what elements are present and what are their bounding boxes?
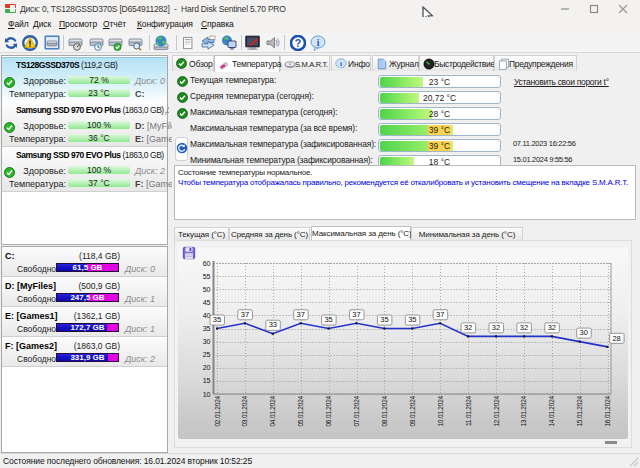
svg-text:32: 32 [464, 323, 472, 332]
svg-text:11.01.2024: 11.01.2024 [465, 395, 472, 426]
svg-text:16.01.2024: 16.01.2024 [604, 395, 611, 426]
svg-text:37: 37 [436, 310, 444, 319]
svg-text:06.01.2024: 06.01.2024 [325, 395, 332, 426]
svg-text:60: 60 [203, 260, 211, 267]
svg-text:20: 20 [203, 364, 211, 371]
svg-text:i: i [317, 38, 320, 48]
svg-text:50: 50 [203, 286, 211, 293]
svg-text:35: 35 [203, 325, 211, 332]
svg-text:02.01.2024: 02.01.2024 [214, 395, 221, 426]
svg-text:30: 30 [580, 328, 588, 337]
svg-text:55: 55 [203, 273, 211, 280]
svg-text:37: 37 [297, 310, 305, 319]
svg-text:32: 32 [520, 323, 528, 332]
svg-text:37: 37 [352, 310, 360, 319]
svg-text:25: 25 [203, 351, 211, 358]
svg-text:05.01.2024: 05.01.2024 [297, 395, 304, 426]
svg-text:13.01.2024: 13.01.2024 [520, 395, 527, 426]
svg-text:33: 33 [269, 320, 277, 329]
svg-text:09.01.2024: 09.01.2024 [409, 395, 416, 426]
svg-text:35: 35 [213, 315, 221, 324]
svg-text:37: 37 [241, 310, 249, 319]
svg-text:45: 45 [203, 299, 211, 306]
svg-text:40: 40 [203, 312, 211, 319]
svg-text:15: 15 [203, 377, 211, 384]
svg-text:04.01.2024: 04.01.2024 [269, 395, 276, 426]
svg-text:35: 35 [324, 315, 332, 324]
svg-text:12.01.2024: 12.01.2024 [493, 395, 500, 426]
svg-text:08.01.2024: 08.01.2024 [381, 395, 388, 426]
svg-text:07.01.2024: 07.01.2024 [353, 395, 360, 426]
svg-text:28: 28 [612, 334, 620, 343]
svg-text:15.01.2024: 15.01.2024 [576, 395, 583, 426]
svg-text:30: 30 [203, 338, 211, 345]
svg-text:32: 32 [548, 323, 556, 332]
svg-text:?: ? [295, 37, 301, 49]
svg-text:i: i [340, 60, 342, 68]
svg-text:32: 32 [492, 323, 500, 332]
svg-text:35: 35 [380, 315, 388, 324]
svg-text:14.01.2024: 14.01.2024 [548, 395, 555, 426]
svg-text:35: 35 [408, 315, 416, 324]
svg-text:03.01.2024: 03.01.2024 [241, 395, 248, 426]
svg-text:10.01.2024: 10.01.2024 [437, 395, 444, 426]
svg-text:10: 10 [203, 391, 211, 398]
